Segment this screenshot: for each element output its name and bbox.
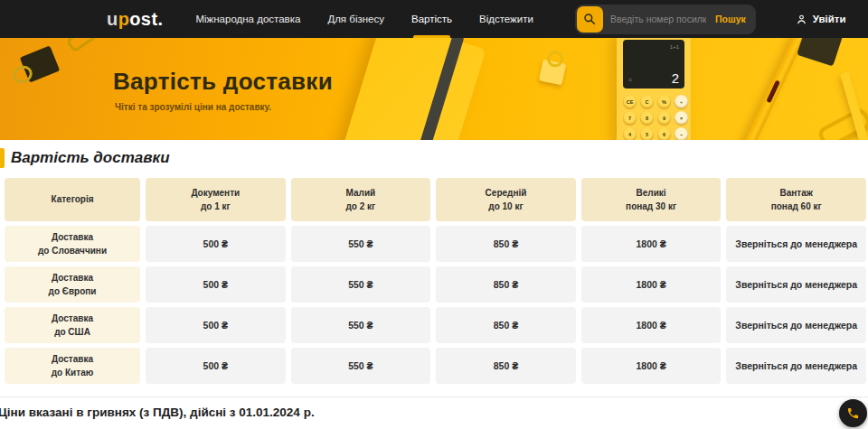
nav-item-business[interactable]: Для бізнесу bbox=[327, 0, 384, 38]
parcel-number-input[interactable] bbox=[603, 14, 713, 24]
hero-text: Вартість доставки Чіткі та зрозумілі цін… bbox=[113, 68, 333, 112]
price-cell: 550 ₴ bbox=[291, 266, 431, 303]
footer-divider bbox=[0, 396, 868, 397]
hero-subtitle: Чіткі та зрозумілі ціни на доставку. bbox=[115, 102, 333, 112]
calculator-keys: CEC%÷789×456−123+±0.= bbox=[623, 95, 684, 140]
price-cell: 1800 ₴ bbox=[581, 348, 722, 384]
login-label: Увійти bbox=[813, 14, 846, 24]
binder-clip-decoration bbox=[797, 38, 844, 67]
user-icon bbox=[796, 14, 807, 25]
row-label-slovakia: Доставкадо Словаччини bbox=[5, 226, 140, 262]
search-submit-button[interactable]: Пошук bbox=[713, 14, 754, 24]
brand-logo-u: u bbox=[107, 9, 118, 29]
brand-logo[interactable]: upost. bbox=[107, 9, 163, 30]
price-cell: 850 ₴ bbox=[436, 226, 576, 262]
calculator-display: 1+1 = 2 bbox=[623, 40, 684, 89]
column-header-freight: Вантажпонад 60 кг bbox=[726, 178, 866, 221]
pricing-table: Категорія Документидо 1 кг Малийдо 2 кг … bbox=[5, 178, 866, 384]
binder-clip-decoration bbox=[539, 60, 566, 86]
row-label-china: Доставкадо Китаю bbox=[5, 348, 140, 384]
accent-bar bbox=[0, 148, 5, 168]
nav-item-tracking[interactable]: Відстежити bbox=[479, 0, 533, 38]
price-cell: 1800 ₴ bbox=[581, 226, 722, 262]
hero-banner: 1+1 = 2 CEC%÷789×456−123+±0.= Вартість д… bbox=[0, 38, 868, 140]
price-cell: 500 ₴ bbox=[146, 348, 286, 384]
call-fab-button[interactable] bbox=[839, 399, 867, 427]
column-header-medium: Середнійдо 10 кг bbox=[436, 178, 576, 221]
phone-icon bbox=[846, 406, 860, 420]
brand-logo-p: p bbox=[118, 9, 130, 29]
pen-decoration bbox=[719, 38, 807, 140]
main-nav: Міжнародна доставка Для бізнесу Вартість… bbox=[195, 0, 533, 38]
nav-item-international[interactable]: Міжнародна доставка bbox=[195, 0, 300, 38]
column-header-documents: Документидо 1 кг bbox=[146, 178, 286, 221]
price-cell: Зверніться до менеджера bbox=[726, 226, 866, 262]
price-cell: 500 ₴ bbox=[146, 266, 286, 303]
price-cell: 550 ₴ bbox=[291, 307, 431, 343]
row-label-europe: Доставкадо Європи bbox=[5, 266, 140, 303]
price-cell: 550 ₴ bbox=[291, 348, 431, 384]
row-label-usa: Доставкадо США bbox=[5, 307, 140, 343]
price-cell: 1800 ₴ bbox=[581, 307, 722, 343]
brand-logo-rest: ost. bbox=[129, 9, 163, 29]
nav-item-pricing[interactable]: Вартість bbox=[411, 0, 452, 38]
paperclip-decoration bbox=[65, 38, 100, 53]
tracking-search-bar: Пошук bbox=[575, 5, 756, 34]
calculator-decoration: 1+1 = 2 CEC%÷789×456−123+±0.= bbox=[617, 38, 691, 140]
column-header-large: Великіпонад 30 кг bbox=[581, 178, 722, 221]
column-header-category: Категорія bbox=[5, 178, 140, 221]
pricing-note: Ціни вказані в гривнях (з ПДВ), дійсні з… bbox=[0, 406, 868, 419]
price-cell: 1800 ₴ bbox=[581, 266, 722, 303]
binder-clip-decoration bbox=[20, 45, 61, 82]
search-button[interactable] bbox=[577, 6, 603, 33]
column-header-small: Малийдо 2 кг bbox=[291, 178, 431, 221]
page-title: Вартість доставки bbox=[11, 149, 170, 167]
section-header: Вартість доставки bbox=[0, 147, 868, 169]
price-cell: 850 ₴ bbox=[436, 307, 576, 343]
hero-title: Вартість доставки bbox=[113, 68, 333, 96]
price-cell: 500 ₴ bbox=[146, 226, 286, 262]
price-cell: 500 ₴ bbox=[146, 307, 286, 343]
notebook-decoration bbox=[342, 38, 486, 140]
price-cell: 850 ₴ bbox=[436, 348, 576, 384]
login-button[interactable]: Увійти bbox=[796, 14, 846, 25]
price-cell: Зверніться до менеджера bbox=[726, 266, 866, 303]
top-navbar: upost. Міжнародна доставка Для бізнесу В… bbox=[0, 0, 868, 38]
price-cell: 550 ₴ bbox=[291, 226, 431, 262]
price-cell: Зверніться до менеджера bbox=[726, 307, 866, 343]
price-cell: 850 ₴ bbox=[436, 266, 576, 303]
search-icon bbox=[583, 13, 596, 25]
price-cell: Зверніться до менеджера bbox=[726, 348, 866, 384]
